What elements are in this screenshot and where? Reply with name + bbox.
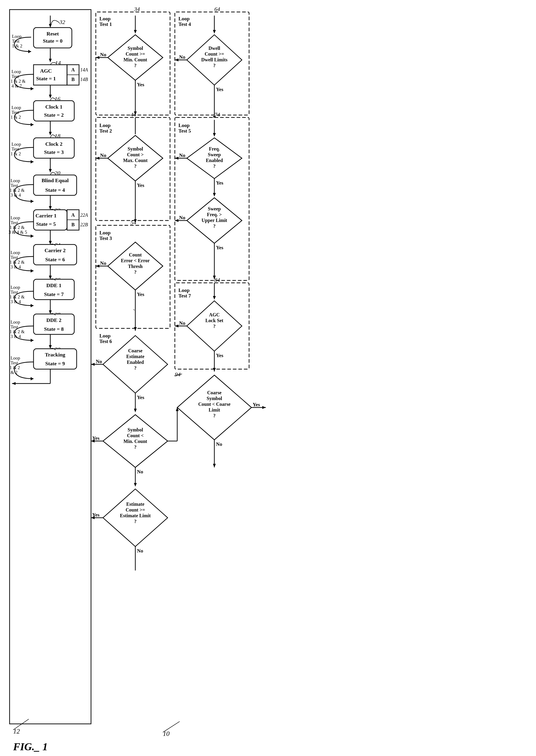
lt3-no: No bbox=[100, 260, 106, 266]
loop-agc-3: 1 & 2 & bbox=[11, 79, 26, 84]
agc-a: A bbox=[71, 67, 75, 72]
lt3-d4: ? bbox=[134, 270, 137, 275]
lt3-d3: Thresh bbox=[128, 264, 143, 269]
loop-dde1-2: Test bbox=[11, 290, 18, 295]
blind-equal-label: Blind Equal bbox=[42, 177, 69, 183]
lt5-d2d: ? bbox=[213, 223, 216, 229]
main-diagram: 12 FIG._ 1 10 32 Loop Test 1 & 2 Reset S… bbox=[0, 0, 536, 756]
lt3-d1: Count bbox=[129, 252, 142, 257]
agc-b: B bbox=[71, 77, 75, 82]
lt2-d2: Count > bbox=[127, 152, 144, 157]
lt6-no1: No bbox=[96, 359, 102, 364]
lt5-no1: No bbox=[179, 153, 185, 158]
clock2-label: Clock 2 bbox=[45, 141, 62, 147]
lt6-label2: Test 6 bbox=[99, 339, 112, 344]
lt3-d2: Error < Error bbox=[121, 258, 150, 263]
ref-74: 74 bbox=[214, 111, 220, 118]
lt7-yes: Yes bbox=[216, 353, 223, 358]
loop-clk2-1: Loop bbox=[12, 142, 21, 147]
ref-14a: 14A bbox=[80, 67, 88, 72]
lt6-yes1: Yes bbox=[137, 395, 144, 400]
lt7-no: No bbox=[179, 320, 185, 326]
ref-84: 84 bbox=[214, 277, 220, 283]
loop-be-3: 1 & 2 & bbox=[10, 188, 25, 193]
loop-track-4: & 2 bbox=[11, 370, 17, 375]
lt2-yes: Yes bbox=[137, 182, 144, 188]
lt6-d3b: Count >= bbox=[125, 507, 145, 513]
lt7-label: Loop bbox=[179, 287, 190, 293]
loop-agc-2: Test bbox=[12, 74, 19, 79]
loop-clk1-2: Test bbox=[12, 110, 19, 115]
ref-54: 54 bbox=[130, 219, 136, 226]
lt6-d2d: ? bbox=[134, 445, 137, 450]
carrier2-state: State = 6 bbox=[45, 257, 65, 263]
dde2-label: DDE 2 bbox=[47, 317, 61, 323]
loop-track-1: Loop bbox=[11, 355, 20, 361]
dde2-state: State = 8 bbox=[44, 326, 64, 332]
coarse-d3: Count < Coarse bbox=[198, 402, 231, 407]
loop-car1-1: Loop bbox=[11, 215, 20, 220]
blind-equal-state: State = 4 bbox=[45, 187, 65, 193]
lt6-d3d: ? bbox=[134, 519, 137, 524]
lt1-yes: Yes bbox=[137, 82, 144, 88]
coarse-d2: Symbol bbox=[207, 396, 222, 401]
lt4-label: Loop bbox=[179, 16, 190, 21]
loop-car1-3: 1 & 2 & bbox=[10, 225, 25, 230]
ref-44: 44 bbox=[130, 111, 136, 118]
lt4-d1: Dwell bbox=[209, 46, 220, 51]
lt5-yes1: Yes bbox=[216, 180, 223, 186]
carrier2-label: Carrier 2 bbox=[45, 247, 66, 253]
lt7-d1: AGC bbox=[209, 312, 219, 317]
lt6-d2a: Symbol bbox=[128, 427, 143, 433]
loop-clk2-2: Test bbox=[12, 146, 19, 152]
loop-clk1-1: Loop bbox=[12, 105, 21, 110]
car1-a: A bbox=[71, 212, 75, 218]
lt6-d1b: Estimate bbox=[126, 354, 145, 359]
loop-label-reset3: 1 & 2 bbox=[12, 43, 22, 49]
loop-clk1-3: 1 & 2 bbox=[11, 115, 21, 120]
dde1-state: State = 7 bbox=[44, 291, 64, 297]
lt7-d3: ? bbox=[213, 324, 216, 329]
dde1-label: DDE 1 bbox=[47, 282, 61, 288]
coarse-d5: ? bbox=[213, 413, 216, 418]
loop-label-reset2: Test bbox=[12, 39, 20, 44]
loop-car2-3: 1 & 2 & bbox=[10, 260, 25, 265]
backtick: ` bbox=[133, 308, 135, 315]
lt1-label: Loop bbox=[99, 16, 111, 21]
loop-label-reset: Loop bbox=[12, 34, 21, 39]
loop-car1-4: 3 & 4 & 5 bbox=[9, 230, 27, 235]
carrier1-state: State = 5 bbox=[36, 221, 56, 227]
tracking-state: State = 9 bbox=[45, 361, 65, 367]
lt6-no3: No bbox=[137, 548, 143, 554]
ref-34: 34 bbox=[134, 6, 140, 12]
loop-agc-1: Loop bbox=[12, 69, 21, 74]
coarse-yes: Yes bbox=[253, 402, 260, 408]
lt2-d1: Symbol bbox=[128, 146, 143, 152]
clock1-label: Clock 1 bbox=[45, 104, 62, 110]
lt6-d2c: Min. Count bbox=[123, 439, 147, 444]
loop-car2-2: Test bbox=[11, 255, 18, 260]
loop-track-3: 1 & 2 bbox=[10, 365, 20, 370]
lt6-d1d: ? bbox=[134, 365, 137, 371]
lt4-no: No bbox=[179, 54, 185, 60]
lt6-label: Loop bbox=[99, 333, 111, 339]
lt5-label2: Test 5 bbox=[179, 128, 191, 134]
car1-b: B bbox=[71, 222, 75, 227]
lt5-d1b: Sweep bbox=[208, 152, 221, 158]
ref-10: 10 bbox=[163, 730, 170, 737]
lt4-d2: Count >= bbox=[205, 51, 224, 56]
lt6-d1a: Coarse bbox=[128, 348, 143, 353]
lt5-label: Loop bbox=[179, 123, 190, 128]
loop-dde1-3: 1 & 2 & bbox=[10, 294, 25, 299]
loop-dde2-4: 3 & 4 bbox=[11, 334, 21, 339]
lt5-no2: No bbox=[179, 215, 185, 221]
loop-track-2: Test bbox=[11, 360, 18, 365]
loop-clk2-3: 1 & 2 bbox=[11, 151, 21, 156]
clock1-state: State = 2 bbox=[44, 112, 64, 118]
lt6-d1c: Enabled bbox=[127, 360, 144, 365]
lt1-d1: Symbol bbox=[128, 46, 143, 51]
lt3-label: Loop bbox=[99, 230, 111, 235]
lt2-label2: Test 2 bbox=[99, 128, 112, 134]
tracking-label: Tracking bbox=[45, 352, 65, 358]
lt6-d3a: Estimate bbox=[126, 501, 145, 507]
